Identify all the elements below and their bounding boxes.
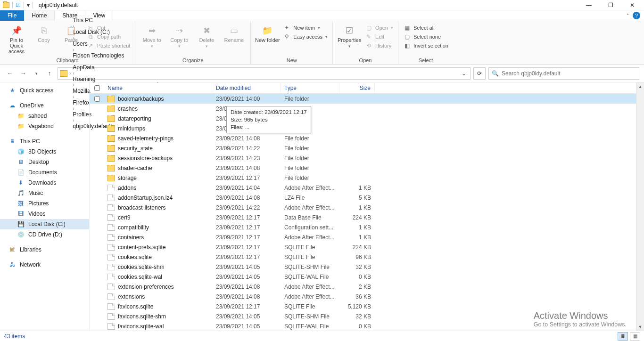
cut-button[interactable]: ✂Cut <box>85 24 132 32</box>
file-row[interactable]: broadcast-listeners23/09/2021 14:22Adobe… <box>90 203 636 212</box>
file-row[interactable]: minidumps23/09/2021 12:17File folder <box>90 123 636 133</box>
select-all-button[interactable]: ▦Select all <box>401 24 450 32</box>
file-size: 2 KB <box>339 284 375 290</box>
scroll-down-icon[interactable]: ▼ <box>636 323 644 331</box>
recent-dropdown[interactable]: ▾ <box>31 68 41 79</box>
tab-home[interactable]: Home <box>24 10 55 21</box>
column-name[interactable]: Name˄ <box>104 82 212 93</box>
breadcrumb-item[interactable]: This PC <box>73 17 124 24</box>
nav-pc-item[interactable]: 📄Documents <box>0 167 89 178</box>
history-button[interactable]: ⟲History <box>363 42 395 49</box>
copy-path-button[interactable]: ⧉Copy path <box>85 33 132 41</box>
file-row[interactable]: crashes23/09/2021 14:06File folder <box>90 104 636 114</box>
back-button[interactable]: ← <box>5 68 15 79</box>
nav-onedrive-item[interactable]: 📁saheed <box>0 111 89 121</box>
breadcrumb-bar[interactable]: › This PC›Local Disk (C:)›Users›Fidson T… <box>58 67 471 80</box>
maximize-button[interactable]: ❐ <box>600 0 621 10</box>
file-row[interactable]: compatibility23/09/2021 12:17Configurati… <box>90 222 636 232</box>
vertical-scrollbar[interactable]: ▲ ▼ <box>636 82 644 331</box>
move-to-button[interactable]: ➡Move to▾ <box>138 23 165 49</box>
file-size: 5 KB <box>339 195 375 201</box>
paste-button[interactable]: 📋 Paste <box>58 23 85 43</box>
properties-button[interactable]: ☑Properties▾ <box>336 23 363 49</box>
file-row[interactable]: saved-telemetry-pings23/09/2021 14:08Fil… <box>90 133 636 143</box>
file-row[interactable]: favicons.sqlite23/09/2021 12:17SQLITE Fi… <box>90 301 636 311</box>
file-row[interactable]: security_state23/09/2021 14:22File folde… <box>90 143 636 153</box>
nav-pc-item[interactable]: 🖥Desktop <box>0 157 89 167</box>
nav-pc-item[interactable]: 🎞Videos <box>0 209 89 219</box>
row-checkbox[interactable] <box>94 96 100 102</box>
nav-libraries[interactable]: 🏛Libraries <box>0 244 89 255</box>
file-row[interactable]: shader-cache23/09/2021 14:08File folder <box>90 163 636 173</box>
file-row[interactable]: cert923/09/2021 12:17Data Base File224 K… <box>90 212 636 222</box>
view-large-icons-button[interactable]: ▦ <box>630 332 640 341</box>
help-icon[interactable]: ? <box>633 12 640 19</box>
nav-network[interactable]: 🖧Network <box>0 260 89 270</box>
nav-pc-item[interactable]: 🎵Music <box>0 188 89 198</box>
file-row[interactable]: content-prefs.sqlite23/09/2021 12:17SQLI… <box>90 242 636 252</box>
nav-pc-item[interactable]: 💾Local Disk (C:) <box>0 219 89 229</box>
quickaccess-check-icon[interactable]: ☑ <box>16 2 21 8</box>
file-row[interactable]: datareporting23/09/2021 14:19File folder <box>90 114 636 123</box>
file-type: Adobe After Effect... <box>281 293 339 300</box>
column-type[interactable]: Type <box>281 82 339 93</box>
tab-file[interactable]: File <box>0 10 24 21</box>
nav-pc-item[interactable]: 💿CD Drive (D:) <box>0 229 89 240</box>
file-row[interactable]: favicons.sqlite-shm23/09/2021 14:05SQLIT… <box>90 311 636 321</box>
edit-button[interactable]: ✎Edit <box>363 33 395 41</box>
nav-onedrive-item[interactable]: 📁Vagabond <box>0 121 89 131</box>
new-folder-button[interactable]: 📁New folder <box>254 23 281 43</box>
copy-button[interactable]: ⎘ Copy <box>30 23 58 43</box>
pin-to-quickaccess-button[interactable]: 📌 Pin to Quick access <box>3 23 30 54</box>
file-row[interactable]: storage23/09/2021 12:17File folder <box>90 173 636 183</box>
nav-pc-item[interactable]: 🧊3D Objects <box>0 146 89 157</box>
rename-button[interactable]: ▭Rename <box>220 23 248 43</box>
file-row[interactable]: extensions23/09/2021 14:08Adobe After Ef… <box>90 292 636 301</box>
nav-onedrive[interactable]: ☁OneDrive <box>0 100 89 111</box>
view-details-button[interactable]: ≣ <box>618 332 628 341</box>
nav-pc-item[interactable]: 🖼Pictures <box>0 198 89 209</box>
file-row[interactable]: cookies.sqlite-shm23/09/2021 14:05SQLITE… <box>90 262 636 272</box>
nav-quick-access[interactable]: ★Quick access <box>0 85 89 96</box>
open-button[interactable]: ▢Open ▾ <box>363 24 395 32</box>
new-item-button[interactable]: ✦New item ▾ <box>281 24 330 32</box>
select-none-button[interactable]: ▢Select none <box>401 33 450 41</box>
breadcrumb-item[interactable]: Fidson Technologies <box>73 52 124 59</box>
file-row[interactable]: addons23/09/2021 14:04Adobe After Effect… <box>90 183 636 193</box>
forward-button[interactable]: → <box>18 68 28 79</box>
paste-shortcut-button[interactable]: ↗Paste shortcut <box>85 42 132 49</box>
file-date: 23/09/2021 14:08 <box>212 195 281 201</box>
paste-shortcut-icon: ↗ <box>87 42 94 49</box>
file-row[interactable]: addonStartup.json.lz423/09/2021 14:08LZ4… <box>90 193 636 203</box>
quickaccess-dropdown-icon[interactable]: ▾ <box>27 2 30 8</box>
search-box[interactable]: 🔍 <box>488 67 639 80</box>
scroll-up-icon[interactable]: ▲ <box>636 82 644 90</box>
select-all-checkbox[interactable] <box>94 85 100 91</box>
copy-to-button[interactable]: ⇢Copy to▾ <box>165 23 193 49</box>
column-size[interactable]: Size <box>339 82 375 93</box>
minimize-button[interactable]: — <box>578 0 600 10</box>
search-input[interactable] <box>502 70 636 77</box>
breadcrumb-item[interactable]: AppData <box>73 64 124 71</box>
delete-button[interactable]: ✖Delete▾ <box>193 23 220 49</box>
file-row[interactable]: cookies.sqlite-wal23/09/2021 14:05SQLITE… <box>90 272 636 282</box>
nav-pc-item[interactable]: ⬇Downloads <box>0 178 89 188</box>
file-row[interactable]: sessionstore-backups23/09/2021 14:23File… <box>90 153 636 163</box>
refresh-button[interactable]: ⟳ <box>473 67 486 80</box>
invert-selection-button[interactable]: ◧Invert selection <box>401 42 450 49</box>
file-date: 23/09/2021 14:05 <box>212 323 281 330</box>
breadcrumb-item[interactable]: Roaming <box>73 76 124 82</box>
file-row[interactable]: favicons.sqlite-wal23/09/2021 14:05SQLIT… <box>90 321 636 331</box>
file-row[interactable]: extension-preferences23/09/2021 14:08Ado… <box>90 282 636 292</box>
collapse-ribbon-icon[interactable]: ˄ <box>627 13 629 18</box>
column-date[interactable]: Date modified <box>212 82 281 93</box>
address-dropdown-icon[interactable]: ⌄ <box>460 70 468 77</box>
file-row[interactable]: containers23/09/2021 12:17Adobe After Ef… <box>90 232 636 242</box>
easy-access-button[interactable]: ⚲Easy access ▾ <box>281 33 330 41</box>
nav-this-pc[interactable]: 🖥This PC <box>0 136 89 146</box>
file-size: 1 KB <box>339 224 375 231</box>
file-row[interactable]: bookmarkbackups23/09/2021 14:00File fold… <box>90 94 636 104</box>
close-button[interactable]: ✕ <box>621 0 643 10</box>
up-button[interactable]: ↑ <box>44 68 55 79</box>
file-row[interactable]: cookies.sqlite23/09/2021 12:17SQLITE Fil… <box>90 252 636 262</box>
